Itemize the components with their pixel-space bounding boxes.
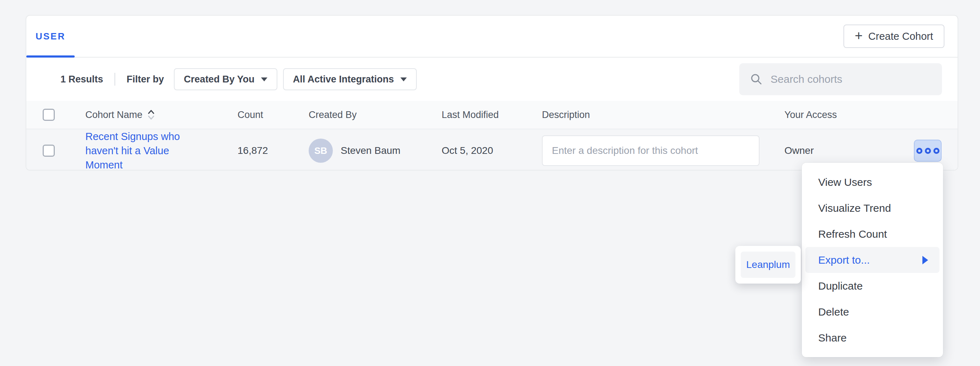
divider: [115, 73, 115, 86]
menu-item-delete[interactable]: Delete: [802, 299, 943, 325]
description-input[interactable]: [542, 135, 759, 166]
last-modified-date: Oct 5, 2020: [442, 145, 542, 156]
column-header-last-modified: Last Modified: [442, 109, 542, 120]
ellipsis-icon: [916, 148, 923, 154]
submenu-item-leanplum[interactable]: Leanplum: [741, 252, 795, 278]
created-by-dropdown[interactable]: Created By You: [174, 68, 277, 90]
created-by-cell: SB Steven Baum: [309, 139, 442, 163]
integrations-dropdown-label: All Active Integrations: [293, 74, 394, 85]
created-by-name: Steven Baum: [340, 145, 400, 156]
search-icon: [750, 73, 763, 86]
row-context-menu: View Users Visualize Trend Refresh Count…: [802, 163, 943, 357]
submenu-arrow-icon: [923, 256, 928, 265]
filter-bar: 1 Results Filter by Created By You All A…: [26, 57, 958, 101]
menu-item-view-users[interactable]: View Users: [802, 169, 943, 195]
cohorts-panel: USER + Create Cohort 1 Results Filter by…: [25, 15, 958, 171]
tab-user-label: USER: [35, 31, 65, 42]
cohort-count: 16,872: [237, 145, 309, 156]
search-input[interactable]: [770, 73, 931, 85]
created-by-dropdown-label: Created By You: [184, 74, 255, 85]
menu-item-export-to[interactable]: Export to...: [805, 247, 939, 273]
chevron-down-icon: [400, 78, 407, 81]
column-header-count: Count: [237, 109, 309, 120]
menu-item-visualize-trend[interactable]: Visualize Trend: [802, 195, 943, 221]
export-submenu: Leanplum: [735, 246, 801, 284]
search-box[interactable]: [739, 63, 942, 95]
sort-icon: [147, 109, 155, 121]
integrations-dropdown[interactable]: All Active Integrations: [283, 68, 417, 90]
table-header-row: Cohort Name Count Created By Last Modifi…: [26, 101, 958, 129]
tab-bar: USER + Create Cohort: [26, 16, 958, 57]
column-header-created-by: Created By: [309, 109, 442, 120]
chevron-down-icon: [261, 78, 267, 81]
filter-by-label: Filter by: [127, 74, 164, 85]
row-actions-button[interactable]: [914, 139, 942, 162]
select-all-checkbox[interactable]: [43, 109, 55, 121]
active-tab-underline: [26, 55, 75, 57]
row-checkbox[interactable]: [43, 145, 55, 157]
menu-item-duplicate[interactable]: Duplicate: [802, 273, 943, 299]
create-cohort-label: Create Cohort: [869, 30, 933, 42]
cohort-name-link[interactable]: Recent Signups who haven't hit a Value M…: [85, 129, 196, 171]
ellipsis-icon: [934, 148, 939, 154]
plus-icon: +: [855, 29, 863, 42]
ellipsis-icon: [925, 148, 931, 154]
avatar: SB: [309, 139, 333, 163]
column-header-description: Description: [542, 109, 784, 120]
create-cohort-button[interactable]: + Create Cohort: [843, 25, 945, 48]
access-level: Owner: [784, 145, 894, 156]
menu-item-share[interactable]: Share: [802, 325, 943, 351]
column-header-cohort-name[interactable]: Cohort Name: [85, 109, 237, 121]
tab-user[interactable]: USER: [26, 16, 75, 57]
menu-item-refresh-count[interactable]: Refresh Count: [802, 221, 943, 247]
column-header-your-access: Your Access: [784, 109, 894, 120]
menu-item-export-to-label: Export to...: [818, 254, 870, 266]
results-count: 1 Results: [60, 74, 103, 85]
